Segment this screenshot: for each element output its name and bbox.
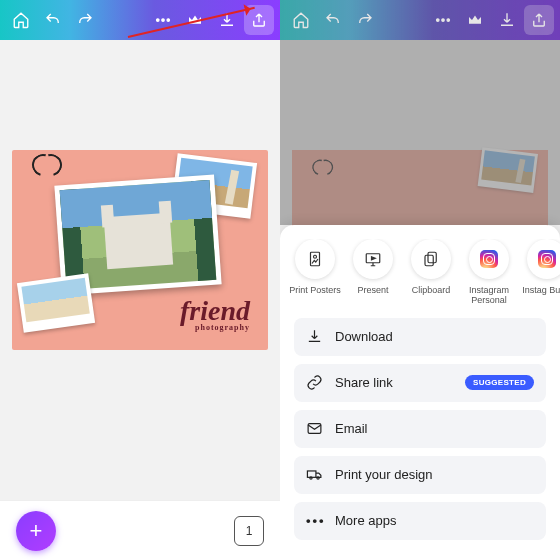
poster-icon <box>306 250 324 268</box>
option-download[interactable]: Download <box>294 318 546 356</box>
truck-icon <box>306 466 323 483</box>
option-share-link[interactable]: Share link SUGGESTED <box>294 364 546 402</box>
instagram-icon <box>480 250 498 268</box>
more-icon: ••• <box>306 513 323 528</box>
svg-rect-9 <box>428 252 436 263</box>
email-icon <box>306 420 323 437</box>
add-element-button[interactable]: + <box>16 511 56 551</box>
share-target-present[interactable]: Present <box>346 239 400 306</box>
share-target-label: Present <box>357 285 388 295</box>
option-more-apps[interactable]: ••• More apps <box>294 502 546 540</box>
svg-point-5 <box>447 19 449 21</box>
share-targets-row[interactable]: Print Posters Present Clipboard Instagra… <box>280 239 560 318</box>
editor-bottom-bar: + 1 <box>0 500 280 560</box>
modal-scrim[interactable] <box>280 40 560 225</box>
share-sheet: Print Posters Present Clipboard Instagra… <box>280 225 560 560</box>
share-target-print-posters[interactable]: Print Posters <box>288 239 342 306</box>
suggested-badge: SUGGESTED <box>465 375 534 390</box>
editor-screen: friend photography + 1 <box>0 0 280 560</box>
canvas-area[interactable]: friend photography <box>0 40 280 500</box>
svg-rect-10 <box>425 255 433 266</box>
share-target-instagram-business[interactable]: Instag Busin <box>520 239 560 306</box>
svg-rect-6 <box>311 252 320 266</box>
share-target-label: Clipboard <box>412 285 451 295</box>
link-icon <box>306 374 323 391</box>
editor-toolbar <box>280 0 560 40</box>
option-label: Share link <box>335 375 393 390</box>
share-target-label: Print Posters <box>289 285 341 295</box>
option-label: More apps <box>335 513 396 528</box>
svg-point-14 <box>317 477 319 479</box>
instagram-icon <box>538 250 556 268</box>
download-button[interactable] <box>492 5 522 35</box>
svg-point-3 <box>437 19 439 21</box>
share-button[interactable] <box>524 5 554 35</box>
redo-button[interactable] <box>70 5 100 35</box>
design-preview[interactable]: friend photography <box>12 150 268 350</box>
clipboard-icon <box>422 250 440 268</box>
present-icon <box>364 250 382 268</box>
option-print[interactable]: Print your design <box>294 456 546 494</box>
download-icon <box>306 328 323 345</box>
share-options-list: Download Share link SUGGESTED Email Prin… <box>280 318 560 540</box>
svg-point-13 <box>310 477 312 479</box>
pro-crown-button[interactable] <box>460 5 490 35</box>
svg-point-2 <box>167 19 169 21</box>
option-label: Email <box>335 421 368 436</box>
pages-count: 1 <box>246 524 253 538</box>
svg-point-1 <box>162 19 164 21</box>
pages-button[interactable]: 1 <box>234 516 264 546</box>
share-target-clipboard[interactable]: Clipboard <box>404 239 458 306</box>
title: friend <box>180 295 250 326</box>
home-button[interactable] <box>286 5 316 35</box>
option-email[interactable]: Email <box>294 410 546 448</box>
svg-point-4 <box>442 19 444 21</box>
svg-point-0 <box>157 19 159 21</box>
undo-button[interactable] <box>318 5 348 35</box>
option-label: Download <box>335 329 393 344</box>
undo-button[interactable] <box>38 5 68 35</box>
option-label: Print your design <box>335 467 433 482</box>
share-target-label: Instagram Personal <box>462 285 516 306</box>
polaroid-photo <box>17 273 95 333</box>
design-title-text: friend photography <box>180 299 250 332</box>
share-target-instagram-personal[interactable]: Instagram Personal <box>462 239 516 306</box>
heart-scribble-icon <box>32 154 60 178</box>
share-target-label: Instag Busin <box>522 285 560 295</box>
svg-rect-12 <box>307 471 316 477</box>
redo-button[interactable] <box>350 5 380 35</box>
share-sheet-screen: Print Posters Present Clipboard Instagra… <box>280 0 560 560</box>
svg-point-7 <box>314 255 317 258</box>
home-button[interactable] <box>6 5 36 35</box>
more-button[interactable] <box>428 5 458 35</box>
